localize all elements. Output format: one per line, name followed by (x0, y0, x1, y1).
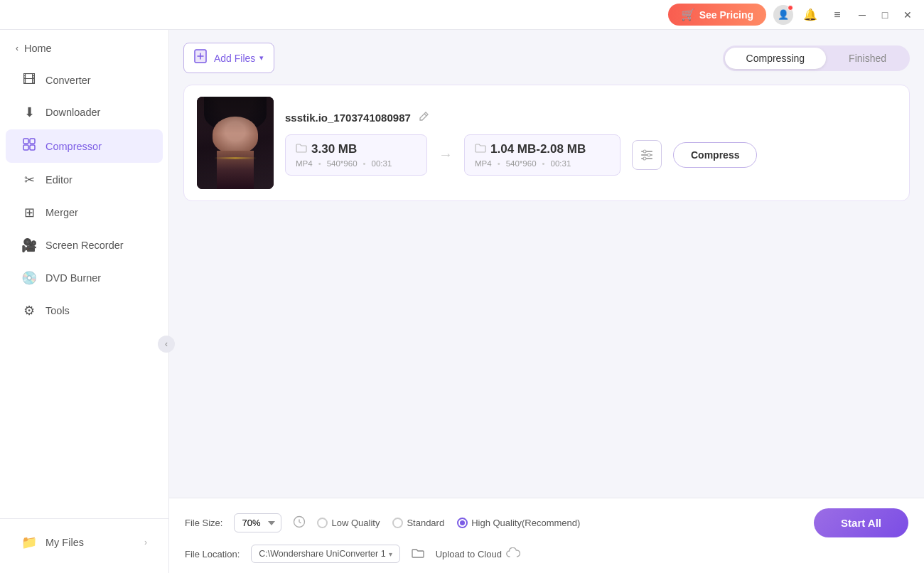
location-row: File Location: C:\Wondershare UniConvert… (185, 545, 908, 563)
quality-settings-icon[interactable] (293, 515, 306, 531)
original-file-meta: MP4 • 540*960 • 00:31 (296, 159, 417, 168)
target-file-size: 1.04 MB-2.08 MB (475, 142, 610, 156)
sidebar-item-dvd-burner[interactable]: 💿 DVD Burner (6, 262, 163, 294)
compressor-icon (21, 137, 37, 155)
file-size-label: File Size: (185, 518, 222, 528)
quality-high-option[interactable]: High Quality(Recommend) (457, 518, 580, 528)
file-details: 3.30 MB MP4 • 540*960 • 00:31 → (285, 134, 896, 176)
open-folder-icon[interactable] (412, 547, 424, 561)
compressor-label: Compressor (45, 141, 102, 152)
add-files-label: Add Files (214, 53, 255, 64)
quality-low-option[interactable]: Low Quality (317, 518, 380, 528)
title-bar-icons: 👤 🔔 ≡ ─ □ ✕ (773, 5, 915, 25)
tools-icon: ⚙ (21, 303, 37, 318)
add-file-plus-icon (194, 48, 210, 68)
file-name-row: ssstik.io_1703741080987 (285, 111, 896, 124)
svg-point-9 (643, 150, 646, 153)
title-bar: 🛒 See Pricing 👤 🔔 ≡ ─ □ ✕ (0, 0, 924, 30)
minimize-button[interactable]: ─ (854, 7, 870, 23)
add-files-button[interactable]: Add Files ▾ (183, 43, 274, 73)
downloader-label: Downloader (45, 107, 100, 118)
target-duration: 00:31 (551, 159, 571, 168)
see-pricing-label: See Pricing (699, 9, 753, 21)
original-resolution: 540*960 (327, 159, 358, 168)
close-button[interactable]: ✕ (900, 7, 915, 23)
quality-high-radio[interactable] (457, 518, 468, 528)
quality-low-radio[interactable] (317, 518, 328, 528)
original-duration: 00:31 (372, 159, 392, 168)
file-location-chevron-icon: ▾ (389, 550, 392, 558)
target-format: MP4 (475, 159, 492, 168)
content-area: Add Files ▾ Compressing Finished (169, 30, 924, 498)
svg-point-11 (643, 157, 646, 160)
upload-to-cloud-button[interactable]: Upload to Cloud (436, 547, 520, 561)
downloader-icon: ⬇ (21, 105, 37, 120)
file-info: ssstik.io_1703741080987 (285, 111, 896, 176)
thumbnail-image (197, 97, 274, 189)
add-files-chevron-icon: ▾ (259, 53, 264, 63)
bell-icon[interactable]: 🔔 (800, 5, 820, 25)
my-files-chevron-icon: › (144, 537, 147, 547)
original-file-box: 3.30 MB MP4 • 540*960 • 00:31 (285, 134, 427, 176)
content-topbar: Add Files ▾ Compressing Finished (183, 43, 910, 73)
cloud-icon (506, 547, 520, 561)
quality-standard-option[interactable]: Standard (392, 518, 444, 528)
home-label: Home (24, 43, 52, 54)
sidebar-item-merger[interactable]: ⊞ Merger (6, 197, 163, 228)
editor-icon: ✂ (21, 172, 37, 188)
file-card: ssstik.io_1703741080987 (183, 85, 910, 201)
original-file-size: 3.30 MB (296, 142, 417, 156)
start-all-button[interactable]: Start All (814, 508, 908, 537)
svg-rect-2 (23, 145, 28, 150)
merger-label: Merger (45, 207, 78, 218)
file-location-select[interactable]: C:\Wondershare UniConverter 1 ▾ (251, 545, 399, 563)
sidebar-item-downloader[interactable]: ⬇ Downloader (6, 97, 163, 128)
original-format: MP4 (296, 159, 313, 168)
my-files-icon: 📁 (21, 535, 37, 550)
dvd-burner-icon: 💿 (21, 270, 37, 286)
back-chevron-icon: ‹ (16, 43, 18, 53)
sidebar-item-converter[interactable]: 🎞 Converter (6, 65, 163, 95)
svg-rect-3 (30, 145, 35, 150)
sidebar-item-my-files[interactable]: 📁 My Files › (6, 527, 163, 558)
file-location-label: File Location: (185, 549, 240, 559)
notification-dot (788, 5, 793, 11)
compress-button[interactable]: Compress (673, 142, 757, 168)
sidebar-collapse-button[interactable]: ‹ (158, 336, 175, 353)
fire-icon: 🛒 (681, 8, 695, 21)
editor-label: Editor (45, 174, 72, 186)
maximize-button[interactable]: □ (877, 7, 893, 23)
tab-finished[interactable]: Finished (827, 48, 908, 69)
bottom-bar: File Size: 70% 50% 30% 90% Low (169, 498, 924, 573)
target-resolution: 540*960 (506, 159, 537, 168)
file-name: ssstik.io_1703741080987 (285, 112, 411, 124)
quality-standard-radio[interactable] (392, 518, 403, 528)
edit-filename-icon[interactable] (418, 111, 429, 124)
merger-icon: ⊞ (21, 205, 37, 220)
tab-compressing[interactable]: Compressing (725, 48, 826, 69)
target-file-meta: MP4 • 540*960 • 00:31 (475, 159, 610, 168)
see-pricing-button[interactable]: 🛒 See Pricing (668, 4, 766, 26)
compress-settings-button[interactable] (632, 140, 662, 170)
target-folder-icon (475, 143, 486, 155)
original-folder-icon (296, 143, 307, 155)
sidebar-item-compressor[interactable]: Compressor (6, 129, 163, 163)
sidebar-item-screen-recorder[interactable]: 🎥 Screen Recorder (6, 230, 163, 261)
target-file-box: 1.04 MB-2.08 MB MP4 • 540*960 • 00:31 (464, 134, 621, 176)
file-thumbnail (197, 97, 274, 189)
quality-low-label: Low Quality (331, 518, 380, 528)
sidebar-item-tools[interactable]: ⚙ Tools (6, 295, 163, 326)
svg-rect-1 (30, 139, 35, 144)
menu-icon[interactable]: ≡ (827, 5, 847, 25)
sidebar: ‹ Home 🎞 Converter ⬇ Downloader Compress… (0, 30, 169, 573)
file-size-select[interactable]: 70% 50% 30% 90% (234, 513, 281, 532)
sidebar-item-editor[interactable]: ✂ Editor (6, 164, 163, 196)
quality-row: File Size: 70% 50% 30% 90% Low (185, 508, 908, 537)
avatar-icon[interactable]: 👤 (773, 5, 793, 25)
arrow-right-icon: → (439, 146, 453, 163)
upload-cloud-label: Upload to Cloud (436, 549, 502, 559)
quality-options: Low Quality Standard High Quality(Recomm… (317, 518, 580, 528)
tabs-container: Compressing Finished (723, 45, 910, 71)
sidebar-item-home[interactable]: ‹ Home (0, 37, 168, 60)
screen-recorder-label: Screen Recorder (45, 240, 124, 251)
